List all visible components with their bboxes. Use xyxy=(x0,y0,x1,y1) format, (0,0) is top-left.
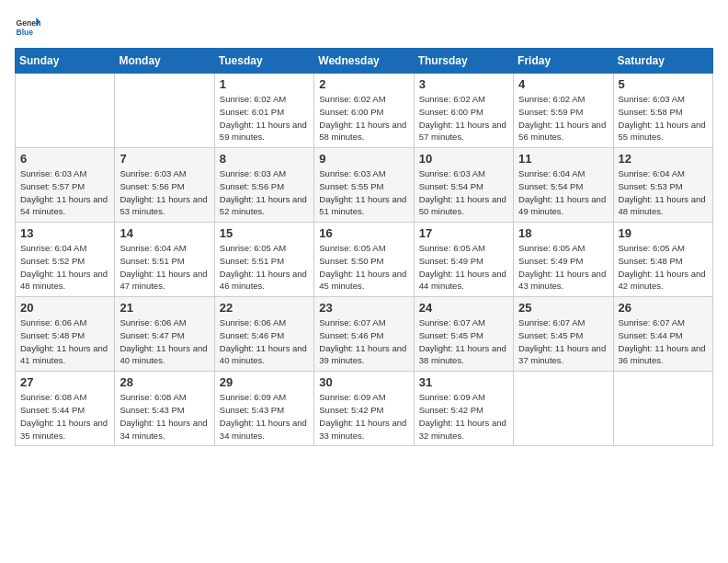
day-number: 19 xyxy=(619,226,708,240)
day-number: 26 xyxy=(619,301,708,315)
day-info: Sunrise: 6:02 AM Sunset: 5:59 PM Dayligh… xyxy=(518,93,608,144)
day-info: Sunrise: 6:04 AM Sunset: 5:52 PM Dayligh… xyxy=(20,242,109,293)
day-info: Sunrise: 6:07 AM Sunset: 5:44 PM Dayligh… xyxy=(619,316,708,367)
calendar-cell xyxy=(613,372,712,446)
day-number: 6 xyxy=(20,152,109,166)
weekday-header: Tuesday xyxy=(214,49,313,74)
day-info: Sunrise: 6:07 AM Sunset: 5:45 PM Dayligh… xyxy=(518,316,608,367)
calendar-cell: 4Sunrise: 6:02 AM Sunset: 5:59 PM Daylig… xyxy=(514,74,613,148)
calendar-cell: 8Sunrise: 6:03 AM Sunset: 5:56 PM Daylig… xyxy=(214,148,313,223)
day-number: 21 xyxy=(119,301,209,315)
logo-icon: General Blue xyxy=(15,15,40,40)
day-info: Sunrise: 6:09 AM Sunset: 5:43 PM Dayligh… xyxy=(220,391,309,442)
day-number: 14 xyxy=(119,226,209,240)
calendar-cell xyxy=(115,74,214,148)
day-info: Sunrise: 6:02 AM Sunset: 6:00 PM Dayligh… xyxy=(319,93,408,144)
day-info: Sunrise: 6:05 AM Sunset: 5:48 PM Dayligh… xyxy=(619,242,708,293)
day-number: 12 xyxy=(619,152,708,166)
calendar-cell: 12Sunrise: 6:04 AM Sunset: 5:53 PM Dayli… xyxy=(613,148,712,223)
day-number: 31 xyxy=(419,375,508,389)
calendar-week-row: 27Sunrise: 6:08 AM Sunset: 5:44 PM Dayli… xyxy=(16,372,713,446)
calendar-week-row: 13Sunrise: 6:04 AM Sunset: 5:52 PM Dayli… xyxy=(16,223,713,297)
day-info: Sunrise: 6:06 AM Sunset: 5:46 PM Dayligh… xyxy=(220,316,309,367)
calendar-cell: 23Sunrise: 6:07 AM Sunset: 5:46 PM Dayli… xyxy=(314,297,414,372)
calendar-cell: 13Sunrise: 6:04 AM Sunset: 5:52 PM Dayli… xyxy=(16,223,115,297)
day-info: Sunrise: 6:05 AM Sunset: 5:49 PM Dayligh… xyxy=(419,242,508,293)
day-number: 5 xyxy=(619,77,708,91)
calendar-cell: 24Sunrise: 6:07 AM Sunset: 5:45 PM Dayli… xyxy=(414,297,513,372)
day-info: Sunrise: 6:04 AM Sunset: 5:54 PM Dayligh… xyxy=(518,167,608,218)
calendar-cell: 14Sunrise: 6:04 AM Sunset: 5:51 PM Dayli… xyxy=(115,223,214,297)
weekday-header: Friday xyxy=(514,49,613,74)
day-number: 4 xyxy=(518,77,608,91)
day-number: 20 xyxy=(20,301,109,315)
calendar-cell: 20Sunrise: 6:06 AM Sunset: 5:48 PM Dayli… xyxy=(16,297,115,372)
day-info: Sunrise: 6:05 AM Sunset: 5:50 PM Dayligh… xyxy=(319,242,408,293)
calendar-table: SundayMondayTuesdayWednesdayThursdayFrid… xyxy=(15,48,713,446)
calendar-cell: 22Sunrise: 6:06 AM Sunset: 5:46 PM Dayli… xyxy=(214,297,313,372)
day-number: 22 xyxy=(220,301,309,315)
calendar-cell: 7Sunrise: 6:03 AM Sunset: 5:56 PM Daylig… xyxy=(115,148,214,223)
calendar-cell: 21Sunrise: 6:06 AM Sunset: 5:47 PM Dayli… xyxy=(115,297,214,372)
day-info: Sunrise: 6:06 AM Sunset: 5:47 PM Dayligh… xyxy=(119,316,209,367)
calendar-cell: 9Sunrise: 6:03 AM Sunset: 5:55 PM Daylig… xyxy=(314,148,414,223)
day-number: 15 xyxy=(220,226,309,240)
calendar-cell: 6Sunrise: 6:03 AM Sunset: 5:57 PM Daylig… xyxy=(16,148,115,223)
day-number: 1 xyxy=(220,77,309,91)
day-info: Sunrise: 6:03 AM Sunset: 5:54 PM Dayligh… xyxy=(419,167,508,218)
day-number: 24 xyxy=(419,301,508,315)
weekday-header-row: SundayMondayTuesdayWednesdayThursdayFrid… xyxy=(16,49,713,74)
day-info: Sunrise: 6:08 AM Sunset: 5:44 PM Dayligh… xyxy=(20,391,109,442)
weekday-header: Sunday xyxy=(16,49,115,74)
calendar-cell: 25Sunrise: 6:07 AM Sunset: 5:45 PM Dayli… xyxy=(514,297,613,372)
day-number: 30 xyxy=(319,375,408,389)
calendar-cell: 1Sunrise: 6:02 AM Sunset: 6:01 PM Daylig… xyxy=(214,74,313,148)
day-info: Sunrise: 6:05 AM Sunset: 5:51 PM Dayligh… xyxy=(220,242,309,293)
day-number: 23 xyxy=(319,301,408,315)
calendar-cell xyxy=(16,74,115,148)
calendar-cell: 15Sunrise: 6:05 AM Sunset: 5:51 PM Dayli… xyxy=(214,223,313,297)
calendar-cell: 2Sunrise: 6:02 AM Sunset: 6:00 PM Daylig… xyxy=(314,74,414,148)
day-info: Sunrise: 6:06 AM Sunset: 5:48 PM Dayligh… xyxy=(20,316,109,367)
day-number: 2 xyxy=(319,77,408,91)
day-number: 10 xyxy=(419,152,508,166)
calendar-cell: 3Sunrise: 6:02 AM Sunset: 6:00 PM Daylig… xyxy=(414,74,513,148)
day-info: Sunrise: 6:03 AM Sunset: 5:55 PM Dayligh… xyxy=(319,167,408,218)
day-number: 25 xyxy=(518,301,608,315)
calendar-cell: 10Sunrise: 6:03 AM Sunset: 5:54 PM Dayli… xyxy=(414,148,513,223)
svg-text:Blue: Blue xyxy=(17,28,34,37)
calendar-cell: 26Sunrise: 6:07 AM Sunset: 5:44 PM Dayli… xyxy=(613,297,712,372)
calendar-week-row: 6Sunrise: 6:03 AM Sunset: 5:57 PM Daylig… xyxy=(16,148,713,223)
calendar-cell: 27Sunrise: 6:08 AM Sunset: 5:44 PM Dayli… xyxy=(16,372,115,446)
calendar-cell: 19Sunrise: 6:05 AM Sunset: 5:48 PM Dayli… xyxy=(613,223,712,297)
day-info: Sunrise: 6:08 AM Sunset: 5:43 PM Dayligh… xyxy=(119,391,209,442)
day-info: Sunrise: 6:04 AM Sunset: 5:51 PM Dayligh… xyxy=(119,242,209,293)
day-number: 18 xyxy=(518,226,608,240)
day-info: Sunrise: 6:03 AM Sunset: 5:58 PM Dayligh… xyxy=(619,93,708,144)
day-info: Sunrise: 6:03 AM Sunset: 5:56 PM Dayligh… xyxy=(220,167,309,218)
calendar-cell xyxy=(514,372,613,446)
weekday-header: Wednesday xyxy=(314,49,414,74)
day-number: 13 xyxy=(20,226,109,240)
page-header: General Blue xyxy=(15,15,713,40)
day-number: 3 xyxy=(419,77,508,91)
calendar-cell: 17Sunrise: 6:05 AM Sunset: 5:49 PM Dayli… xyxy=(414,223,513,297)
day-info: Sunrise: 6:03 AM Sunset: 5:57 PM Dayligh… xyxy=(20,167,109,218)
calendar-cell: 11Sunrise: 6:04 AM Sunset: 5:54 PM Dayli… xyxy=(514,148,613,223)
day-info: Sunrise: 6:07 AM Sunset: 5:46 PM Dayligh… xyxy=(319,316,408,367)
weekday-header: Monday xyxy=(115,49,214,74)
day-number: 8 xyxy=(220,152,309,166)
day-number: 7 xyxy=(119,152,209,166)
day-info: Sunrise: 6:09 AM Sunset: 5:42 PM Dayligh… xyxy=(419,391,508,442)
day-number: 17 xyxy=(419,226,508,240)
day-number: 28 xyxy=(119,375,209,389)
day-info: Sunrise: 6:04 AM Sunset: 5:53 PM Dayligh… xyxy=(619,167,708,218)
day-number: 9 xyxy=(319,152,408,166)
calendar-week-row: 20Sunrise: 6:06 AM Sunset: 5:48 PM Dayli… xyxy=(16,297,713,372)
day-number: 27 xyxy=(20,375,109,389)
day-info: Sunrise: 6:05 AM Sunset: 5:49 PM Dayligh… xyxy=(518,242,608,293)
calendar-cell: 31Sunrise: 6:09 AM Sunset: 5:42 PM Dayli… xyxy=(414,372,513,446)
calendar-week-row: 1Sunrise: 6:02 AM Sunset: 6:01 PM Daylig… xyxy=(16,74,713,148)
day-info: Sunrise: 6:09 AM Sunset: 5:42 PM Dayligh… xyxy=(319,391,408,442)
day-number: 16 xyxy=(319,226,408,240)
